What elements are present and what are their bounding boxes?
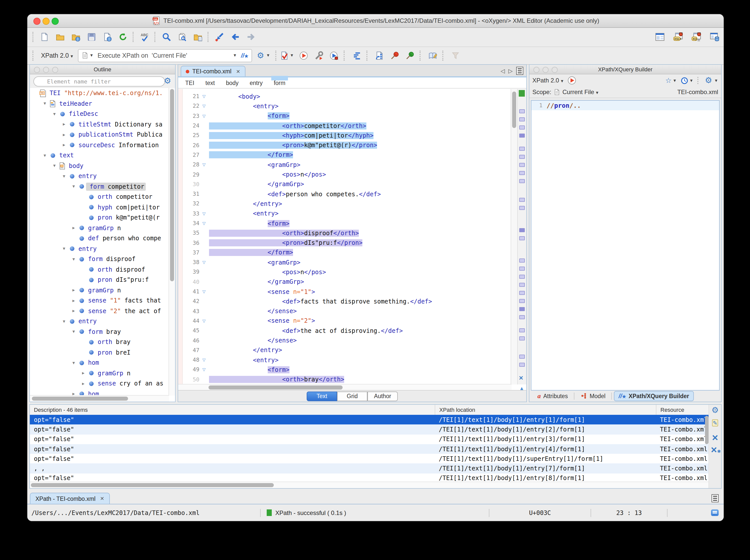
review-edit-button[interactable] — [428, 51, 437, 60]
tree-expand-icon[interactable]: ▼ — [41, 153, 48, 158]
favorites-star-icon[interactable]: ☆ — [665, 76, 672, 84]
outline-item[interactable]: ▼formbray — [30, 326, 175, 337]
results-table-header[interactable]: Description - 46 items XPath location Re… — [30, 405, 709, 415]
notification-message-icon[interactable] — [711, 509, 718, 516]
xquery-debugger-icon[interactable]: XQ — [691, 32, 702, 42]
outline-item[interactable]: ▶sourceDescInformation — [30, 140, 175, 150]
configure-transformation-button[interactable] — [314, 51, 323, 60]
fold-toggle-icon[interactable]: ▽ — [202, 221, 209, 226]
code-line[interactable]: 49▽ <form> — [178, 365, 511, 375]
outline-item[interactable]: ▶publicationStmtPublica — [30, 129, 175, 140]
tree-expand-icon[interactable]: ▼ — [51, 164, 58, 168]
fold-toggle-icon[interactable]: ▽ — [202, 260, 209, 264]
editor-vertical-scrollbar[interactable] — [511, 89, 517, 384]
results-settings-gear-icon[interactable]: ⚙ — [711, 406, 719, 415]
code-line[interactable]: 32 </entry> — [178, 199, 511, 209]
pin-green-button[interactable] — [405, 51, 414, 60]
code-line[interactable]: 21▽ <body> — [178, 92, 511, 101]
debug-button[interactable] — [329, 51, 338, 60]
tree-expand-icon[interactable]: ▼ — [70, 184, 77, 189]
run-transformation-button[interactable] — [299, 51, 308, 60]
tree-expand-icon[interactable]: ▶ — [80, 381, 86, 386]
highlight-marker[interactable] — [519, 228, 525, 232]
tree-expand-icon[interactable]: ▼ — [61, 247, 67, 251]
fold-toggle-icon[interactable]: ▽ — [202, 289, 209, 294]
result-row[interactable]: opt="false"/TEI[1]/text[1]/body[1]/entry… — [30, 415, 709, 425]
editor-horizontal-scrollbar[interactable] — [178, 384, 512, 391]
fold-toggle-icon[interactable]: ▽ — [202, 104, 209, 108]
execute-xpath-combobox[interactable]: ▼ Execute XPath on 'Current File' ▼ //★ — [78, 49, 252, 62]
reload-icon[interactable] — [118, 33, 127, 41]
outline-item[interactable]: ▶sense"2"the act of — [30, 306, 175, 316]
outline-item[interactable]: ▶gramGrpn — [30, 223, 175, 233]
window-layout-icon[interactable] — [655, 32, 665, 42]
tab-list-icon[interactable] — [516, 67, 523, 75]
highlight-marker[interactable] — [519, 328, 525, 332]
close-results-tab-icon[interactable]: ✕ — [100, 496, 104, 501]
highlight-marker[interactable] — [519, 236, 525, 240]
code-line[interactable]: 40 </gramGrp> — [178, 277, 511, 287]
apply-transformation-button[interactable] — [375, 51, 384, 60]
fold-toggle-icon[interactable]: ▽ — [202, 319, 209, 323]
builder-panel-header[interactable]: XPath/XQuery Builder — [529, 65, 721, 74]
code-line[interactable]: 39 <pos>n</pos> — [178, 267, 511, 277]
tree-expand-icon[interactable]: ▶ — [61, 143, 67, 147]
code-line[interactable]: 33▽ <entry> — [178, 209, 511, 219]
code-line[interactable]: 27 </form> — [178, 150, 511, 160]
find-resource-icon[interactable] — [193, 33, 202, 41]
outline-item[interactable]: pronk@m"petit@(r — [30, 213, 175, 223]
tree-expand-icon[interactable]: ▶ — [61, 122, 67, 127]
breadcrumb-item-form[interactable]: form — [274, 80, 285, 86]
code-line[interactable]: 35 <orth>disproof</orth> — [178, 228, 511, 238]
outline-item[interactable]: orthdisproof — [30, 264, 175, 275]
outline-settings-gear-icon[interactable]: ⚙ — [163, 76, 172, 85]
highlight-pen-icon[interactable]: ✎ — [711, 418, 719, 427]
outline-item[interactable]: ▼body — [30, 161, 175, 171]
bottom-tab-list-icon[interactable] — [712, 494, 718, 502]
code-line[interactable]: 48▽ <entry> — [178, 355, 511, 365]
outline-item[interactable]: ▼entry — [30, 244, 175, 254]
breadcrumb-item-body[interactable]: body — [226, 80, 239, 86]
search-icon[interactable] — [162, 33, 171, 41]
code-line[interactable]: 41▽ <sense n="1"> — [178, 287, 511, 297]
xpath-version-dropdown[interactable]: XPath 2.0▼ — [41, 52, 74, 59]
code-line[interactable]: 29 <pos>n</pos> — [178, 170, 511, 180]
highlight-marker[interactable] — [519, 171, 525, 175]
outline-item[interactable]: ▼fileDesc — [30, 109, 175, 119]
result-row[interactable]: , ,/TEI[1]/text[1]/body[1]/entry[7]/form… — [30, 464, 709, 474]
clear-highlights-icon[interactable]: ✕ — [519, 375, 523, 381]
highlight-marker[interactable] — [519, 198, 525, 202]
fold-toggle-icon[interactable]: ▽ — [202, 162, 209, 167]
scope-dropdown[interactable]: Current File▼ — [562, 88, 599, 96]
code-line[interactable]: 30 </gramGrp> — [178, 179, 511, 189]
highlight-marker[interactable] — [519, 179, 525, 183]
history-clock-icon[interactable] — [681, 77, 688, 84]
fold-toggle-icon[interactable]: ▽ — [202, 211, 209, 216]
outline-item[interactable]: ▶gramGrpn — [30, 285, 175, 296]
open-folder-icon[interactable] — [56, 33, 65, 41]
result-row[interactable]: opt="false"/TEI[1]/text[1]/body[1]/entry… — [30, 425, 709, 435]
highlight-marker[interactable] — [519, 117, 525, 121]
tree-expand-icon[interactable]: ▶ — [80, 371, 86, 376]
highlight-marker[interactable] — [519, 163, 525, 167]
highlight-marker[interactable] — [519, 355, 525, 359]
outline-item[interactable]: ▼formdisproof — [30, 254, 175, 264]
highlight-marker[interactable] — [519, 299, 525, 303]
next-tab-icon[interactable]: ▷ — [508, 67, 513, 74]
outline-item[interactable]: ▶titleStmtDictionary sa — [30, 119, 175, 129]
tree-expand-icon[interactable]: ▶ — [70, 226, 77, 231]
view-mode-grid[interactable]: Grid — [337, 391, 368, 401]
highlight-marker[interactable] — [519, 147, 525, 151]
outline-item[interactable]: ▶sensecry of an as — [30, 378, 175, 389]
back-icon[interactable] — [231, 33, 240, 41]
builder-tab-xpath-xquery-builder[interactable]: //★XPath/XQuery Builder — [614, 391, 694, 401]
highlight-marker[interactable] — [519, 125, 525, 129]
view-mode-author[interactable]: Author — [368, 391, 398, 401]
xpath-results-tab[interactable]: XPath - TEI-combo.xml ✕ — [30, 493, 110, 504]
tree-expand-icon[interactable]: ▼ — [61, 174, 67, 179]
forward-icon[interactable] — [246, 33, 256, 41]
tree-expand-icon[interactable]: ▼ — [61, 319, 67, 324]
outline-item[interactable]: orthcompetitor — [30, 192, 175, 202]
outline-item[interactable]: ▼formcompetitor — [30, 181, 175, 192]
description-column-header[interactable]: Description - 46 items — [30, 405, 435, 415]
